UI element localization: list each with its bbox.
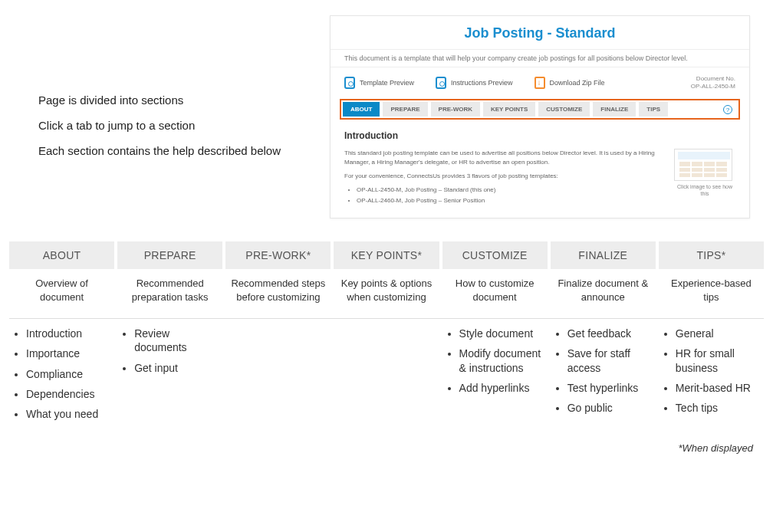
divider <box>9 318 764 319</box>
section-col: Style documentModify document & instruct… <box>442 327 548 427</box>
template-preview-link[interactable]: Template Preview <box>344 77 414 89</box>
list-item: Test hyperlinks <box>567 381 653 395</box>
list-item: Go public <box>567 401 653 415</box>
intro-p1: This standard job posting template can b… <box>344 149 665 167</box>
left-notes: Page is divided into sections Click a ta… <box>23 15 330 218</box>
list-item: Modify document & instructions <box>459 346 544 374</box>
list-item: Compliance <box>26 367 111 381</box>
tab-finalize[interactable]: FINALIZE <box>593 102 636 117</box>
section-head: PRE-WORK* <box>225 241 331 269</box>
section-head: PREPARE <box>117 241 222 269</box>
section-list: Review documentsGet input <box>117 327 222 375</box>
template-preview-label: Template Preview <box>360 79 414 87</box>
instructions-preview-link[interactable]: Instructions Preview <box>436 77 513 89</box>
list-item: HR for small business <box>676 346 761 374</box>
section-col: PRE-WORK*Recommended steps before custom… <box>225 241 331 318</box>
section-col: TIPS*Experience-based tips <box>659 241 764 318</box>
section-sub: How to customize document <box>442 269 548 318</box>
list-item: Merit-based HR <box>676 381 761 395</box>
section-col: PREPARERecommended preparation tasks <box>117 241 222 318</box>
download-icon <box>535 77 545 89</box>
section-list: GeneralHR for small businessMerit-based … <box>659 327 764 415</box>
tab-prepare[interactable]: PREPARE <box>383 102 427 117</box>
list-item: Add hyperlinks <box>459 381 544 395</box>
section-head: KEY POINTS* <box>334 241 439 269</box>
section-col <box>334 327 439 427</box>
list-item: Get input <box>134 361 219 375</box>
instructions-preview-label: Instructions Preview <box>451 79 513 87</box>
section-col: IntroductionImportanceComplianceDependen… <box>9 327 114 427</box>
section-sub: Recommended steps before customizing <box>225 269 331 318</box>
document-number: Document No. OP-ALL-2450-M <box>691 75 735 90</box>
list-item: Save for staff access <box>567 346 653 374</box>
section-col <box>225 327 331 427</box>
note-line: Click a tab to jump to a section <box>38 117 330 133</box>
section-col: CUSTOMIZEHow to customize document <box>442 241 548 318</box>
section-sub: Key points & options when customizing <box>334 269 439 318</box>
doc-no-label: Document No. <box>696 75 735 82</box>
footnote: *When displayed <box>0 427 773 454</box>
section-col: Review documentsGet input <box>117 327 222 427</box>
magnifier-icon <box>436 77 446 89</box>
tab-row: ABOUT PREPARE PRE-WORK KEY POINTS CUSTOM… <box>343 102 737 117</box>
section-head: ABOUT <box>9 241 114 269</box>
section-col: KEY POINTS*Key points & options when cus… <box>334 241 439 318</box>
preview-description: This document is a template that will he… <box>331 49 749 67</box>
thumbnail[interactable]: Click image to see how this <box>674 149 735 207</box>
list-item: Dependencies <box>26 387 111 401</box>
section-col: ABOUTOverview of document <box>9 241 114 318</box>
section-head: CUSTOMIZE <box>442 241 548 269</box>
section-list: Style documentModify document & instruct… <box>442 327 548 395</box>
section-sub: Overview of document <box>9 269 114 318</box>
section-head: FINALIZE <box>551 241 656 269</box>
section-list: Get feedbackSave for staff accessTest hy… <box>551 327 656 415</box>
tab-customize[interactable]: CUSTOMIZE <box>538 102 590 117</box>
tab-prework[interactable]: PRE-WORK <box>431 102 480 117</box>
document-preview-card: Job Posting - Standard This document is … <box>330 15 750 218</box>
section-table: ABOUTOverview of documentPREPARERecommen… <box>0 241 773 318</box>
download-zip-link[interactable]: Download Zip File <box>535 77 605 89</box>
list-item: Review documents <box>134 327 219 354</box>
doc-no-value: OP-ALL-2450-M <box>691 83 735 90</box>
section-col: FINALIZEFinalize document & announce <box>551 241 656 318</box>
section-col: GeneralHR for small businessMerit-based … <box>659 327 764 427</box>
list-item: Importance <box>26 346 111 360</box>
note-line: Each section contains the help described… <box>38 143 330 159</box>
intro-p2: For your convenience, ConnectsUs provide… <box>344 172 665 181</box>
list-item: Introduction <box>26 327 111 340</box>
section-table-lists: IntroductionImportanceComplianceDependen… <box>0 327 773 427</box>
tab-about[interactable]: ABOUT <box>343 102 380 117</box>
tabs-highlight-box: ABOUT PREPARE PRE-WORK KEY POINTS CUSTOM… <box>340 99 740 120</box>
section-sub: Experience-based tips <box>659 269 764 318</box>
thumbnail-caption: Click image to see how this <box>674 184 735 197</box>
intro-li: OP-ALL-2460-M, Job Posting – Senior Posi… <box>357 196 665 205</box>
tab-tips[interactable]: TIPS <box>639 102 668 117</box>
intro-text: This standard job posting template can b… <box>344 149 665 207</box>
list-item: General <box>676 327 761 340</box>
section-head: TIPS* <box>659 241 764 269</box>
download-zip-label: Download Zip File <box>550 79 605 87</box>
list-item: Get feedback <box>567 327 653 340</box>
preview-body: Introduction This standard job posting t… <box>331 120 749 218</box>
preview-title: Job Posting - Standard <box>331 16 749 49</box>
section-sub: Finalize document & announce <box>551 269 656 318</box>
intro-li: OP-ALL-2450-M, Job Posting – Standard (t… <box>357 186 665 195</box>
list-item: What you need <box>26 407 111 421</box>
list-item: Tech tips <box>676 401 761 415</box>
thumbnail-img <box>674 149 732 181</box>
list-item: Style document <box>459 327 544 340</box>
intro-heading: Introduction <box>344 130 735 141</box>
preview-actions-row: Template Preview Instructions Preview Do… <box>331 67 749 99</box>
magnifier-icon <box>344 77 355 89</box>
note-line: Page is divided into sections <box>38 92 330 108</box>
section-sub: Recommended preparation tasks <box>117 269 222 318</box>
section-col: Get feedbackSave for staff accessTest hy… <box>551 327 656 427</box>
tab-keypoints[interactable]: KEY POINTS <box>483 102 535 117</box>
section-list: IntroductionImportanceComplianceDependen… <box>9 327 114 421</box>
